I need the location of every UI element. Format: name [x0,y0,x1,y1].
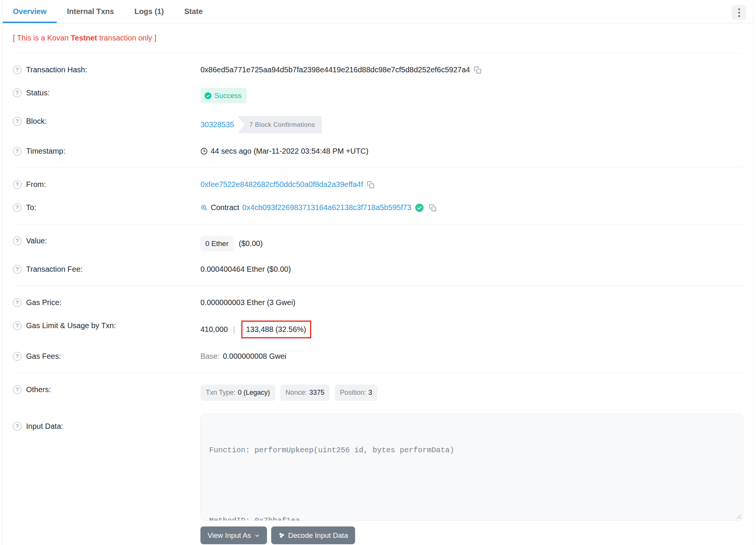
transaction-fee-value: 0.000400464 Ether ($0.00) [200,264,291,274]
status-badge: Success [200,88,247,103]
help-icon[interactable]: ? [13,265,22,274]
help-icon[interactable]: ? [13,352,22,361]
row-label-text: Input Data: [26,421,63,431]
tab-bar: Overview Internal Txns Logs (1) State [3,0,753,23]
verified-check-icon [415,204,424,212]
block-confirmations-badge: 7 Block Confirmations [238,116,322,133]
row-transaction-hash: ? Transaction Hash: 0x86ed5a771e725aa94d… [13,58,743,81]
row-label-text: Others: [26,385,51,395]
row-timestamp: ? Timestamp: 44 secs ago (Mar-11-2022 03… [13,140,743,163]
row-label-text: Gas Limit & Usage by Txn: [26,321,116,331]
input-methodid-line: MethodID: 0x7bbaf1ea [209,515,734,521]
row-label-text: Transaction Fee: [26,264,82,274]
more-options-button[interactable] [732,5,746,20]
input-data-box[interactable]: Function: performUpkeep(uint256 id, byte… [200,414,743,521]
gas-usage-value: 133,488 (32.56%) [246,325,306,333]
row-label-text: Value: [26,236,47,246]
help-icon[interactable]: ? [13,65,22,74]
tab-logs[interactable]: Logs (1) [124,0,174,23]
row-gas-price: ? Gas Price: 0.000000003 Ether (3 Gwei) [13,291,743,314]
gas-separator: | [233,324,235,335]
testnet-notice: [ This is a Kovan Testnet transaction on… [3,23,753,53]
decode-input-data-button[interactable]: Decode Input Data [271,526,355,544]
nonce-badge: Nonce: 3375 [280,385,330,401]
row-value: ? Value: 0 Ether ($0.00) [13,229,743,258]
gas-base-value: 0.000000008 Gwei [223,351,286,361]
copy-to-button[interactable] [429,204,436,212]
row-status: ? Status: Success [13,81,743,110]
row-gas-limit-usage: ? Gas Limit & Usage by Txn: 410,000 | 13… [13,314,743,345]
gas-usage-highlight-box: 133,488 (32.56%) [241,321,311,338]
help-icon[interactable]: ? [13,147,22,156]
row-label-text: Status: [26,88,50,98]
copy-icon [367,181,374,188]
row-label-text: To: [26,202,36,213]
help-icon[interactable]: ? [13,385,22,394]
copy-icon [474,66,481,74]
row-label-text: Block: [26,116,47,126]
help-icon[interactable]: ? [13,298,22,307]
check-circle-icon [205,92,211,99]
decode-cluster-icon [278,532,285,539]
kebab-vertical-icon [738,8,740,10]
row-label-text: Transaction Hash: [26,65,87,75]
section-others-input: ? Others: Txn Type: 0 (Legacy) Nonce: 33… [3,373,753,545]
help-icon[interactable]: ? [13,237,22,245]
block-number-link[interactable]: 30328535 [200,120,234,130]
section-summary: ? Transaction Hash: 0x86ed5a771e725aa94d… [3,53,753,168]
ether-value-badge: 0 Ether [200,236,233,251]
position-badge: Position: 3 [335,385,377,401]
resize-grip[interactable] [735,513,741,519]
usd-value: ($0.00) [239,238,262,249]
row-label-text: Gas Fees: [26,351,61,361]
gas-limit-value: 410,000 [200,324,228,335]
section-addresses: ? From: 0xfee7522e8482682cf50ddc50a0f8da… [3,168,753,224]
from-address-link[interactable]: 0xfee7522e8482682cf50ddc50a0f8da2a39effa… [200,179,363,190]
transaction-hash-value: 0x86ed5a771e725aa94d5b7fa2398e4419e216d8… [200,65,470,75]
row-input-data: ? Input Data: Function: performUpkeep(ui… [13,407,743,545]
notice-prefix: [ This is a Kovan [13,34,71,42]
timestamp-value: 44 secs ago (Mar-11-2022 03:54:48 PM +UT… [211,146,368,156]
help-icon[interactable]: ? [13,117,22,126]
blank-line [209,480,734,491]
tab-state[interactable]: State [174,0,213,23]
row-others: ? Others: Txn Type: 0 (Legacy) Nonce: 33… [13,378,743,407]
row-block: ? Block: 30328535 7 Block Confirmations [13,110,743,140]
row-label-text: From: [26,179,46,190]
help-icon[interactable]: ? [13,422,22,431]
status-text: Success [214,90,242,101]
copy-icon [429,204,436,212]
tab-internal-txns[interactable]: Internal Txns [57,0,124,23]
row-gas-fees: ? Gas Fees: Base: 0.000000008 Gwei [13,345,743,368]
row-to: ? To: Contract 0x4cb093f226983713164a621… [13,196,743,219]
to-contract-word: Contract [211,202,239,213]
copy-from-button[interactable] [367,181,374,188]
clock-icon [200,148,208,155]
row-transaction-fee: ? Transaction Fee: 0.000400464 Ether ($0… [13,258,743,281]
row-from: ? From: 0xfee7522e8482682cf50ddc50a0f8da… [13,173,743,196]
section-gas: ? Gas Price: 0.000000003 Ether (3 Gwei) … [3,286,753,373]
section-value: ? Value: 0 Ether ($0.00) ? Transaction F… [3,224,753,286]
row-label-text: Gas Price: [26,297,61,308]
to-address-link[interactable]: 0x4cb093f226983713164a62138c3f718a5b595f… [242,202,411,213]
transaction-detail-card: Overview Internal Txns Logs (1) State [ … [2,0,754,545]
notice-bold: Testnet [71,34,97,42]
help-icon[interactable]: ? [13,203,22,212]
txn-type-badge: Txn Type: 0 (Legacy) [200,385,275,401]
gas-price-value: 0.000000003 Ether (3 Gwei) [200,297,295,308]
tab-overview[interactable]: Overview [3,0,57,23]
help-icon[interactable]: ? [13,180,22,189]
notice-suffix: transaction only ] [97,34,157,42]
row-label-text: Timestamp: [26,146,65,156]
help-icon[interactable]: ? [13,321,22,330]
input-function-line: Function: performUpkeep(uint256 id, byte… [209,444,734,456]
help-icon[interactable]: ? [13,89,22,97]
view-input-as-button[interactable]: View Input As [200,526,267,544]
zoom-in-icon[interactable] [200,204,208,211]
gas-base-label: Base: [200,351,220,361]
copy-txhash-button[interactable] [474,66,481,74]
chevron-down-icon [255,533,260,538]
